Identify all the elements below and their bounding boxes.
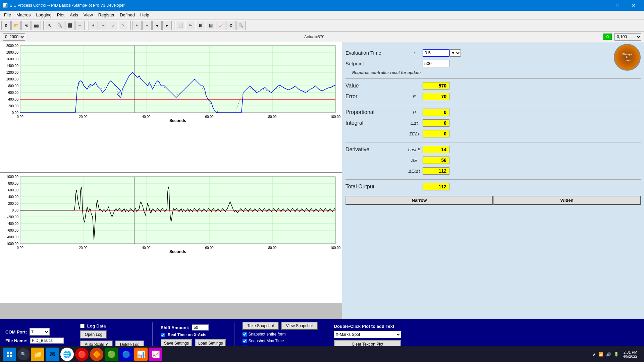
clock-time: 2:31 PM [624,350,637,354]
taskbar-app7[interactable]: 📈 [149,348,162,361]
tb-camera[interactable]: 📷 [32,21,41,30]
open-log-row: Open Log [80,330,144,339]
minimize-button[interactable]: — [594,0,609,11]
tb-select[interactable]: ↖ [45,21,54,30]
derivative-sym3: ΔE/Δτ [406,169,423,174]
tb-table[interactable]: ▤ [206,21,215,30]
taskbar-stampplot[interactable]: 📊 [134,348,148,361]
narrow-button[interactable]: Narrow [345,196,493,205]
shift-input[interactable] [192,324,209,330]
taskbar-app3[interactable]: 🔴 [75,348,89,361]
systray-chevron[interactable]: ∧ [593,352,596,357]
tb-zoom[interactable]: 🔍 [55,21,64,30]
menu-file[interactable]: File [1,11,14,19]
svg-text:0.00: 0.00 [12,208,19,212]
svg-rect-77 [10,355,12,357]
titlebar-left: 📊 SIC Process Control -- PID Basics -Sta… [3,3,125,8]
tb-settings[interactable]: ⚙ [226,21,235,30]
text-select-row: X-Marks Spot Arrow Right Arrow Left Circ… [334,331,401,338]
derivative-row1: Derivative Last E 14 [345,146,641,153]
search-button[interactable]: 🔍 [17,348,30,360]
tb-minus2[interactable]: − [142,21,152,30]
log-data-checkbox[interactable] [80,324,85,328]
menu-defined[interactable]: Defined [117,11,138,19]
menu-help[interactable]: Help [138,11,152,19]
svg-text:1000.00: 1000.00 [6,77,19,81]
tb-new[interactable]: 🗎 [1,21,11,30]
systray-volume[interactable]: 🔊 [606,352,611,357]
svg-text:1800.00: 1800.00 [6,51,19,54]
right-panel: StampsinClass Evaluation Time τ ▼ Setpoi… [342,42,644,319]
range-select[interactable]: 0, 2000 [3,33,25,41]
setpoint-input[interactable] [423,60,449,67]
take-snapshot-button[interactable]: Take Snapshot [243,322,278,330]
tb-search[interactable]: 🔍 [236,21,246,30]
text-section: Double-Click Plot to add Text X-Marks Sp… [334,324,401,348]
taskbar-mail[interactable]: ✉ [46,348,59,361]
menu-axis[interactable]: Axis [67,11,81,19]
tb-grid[interactable]: ⊞ [196,21,205,30]
menu-view[interactable]: View [81,11,96,19]
taskbar-file-explorer[interactable]: 📁 [31,348,44,361]
toolbar: 🗎 📂 🖨 📷 ↖ 🔍 ⬛ ← + − ⟋ ⟍ + − ◄ ► ⬜ ✏ ⊞ ▤ … [0,19,644,32]
reset-notice: Requires controller reset for update [352,70,641,75]
svg-text:1200.00: 1200.00 [6,71,19,74]
text-type-select[interactable]: X-Marks Spot Arrow Right Arrow Left Circ… [334,331,401,338]
menu-register[interactable]: Register [96,11,117,19]
range2-select[interactable]: 0,100 [614,33,641,41]
system-clock[interactable]: 2:31 PM 4/5/2022 [623,350,637,358]
tb-minus[interactable]: − [99,21,108,30]
svg-text:1400.00: 1400.00 [6,64,19,68]
menu-plot[interactable]: Plot [54,11,67,19]
tb-pen[interactable]: ✏ [186,21,195,30]
eval-time-dropdown[interactable]: ▼ [449,49,461,57]
tb-chart[interactable]: 📈 [216,21,225,30]
open-log-button[interactable]: Open Log [80,330,107,339]
snapshot-entire-checkbox[interactable] [243,332,247,337]
systray-battery[interactable]: 🔋 [614,352,619,357]
start-button[interactable] [3,348,16,361]
tb-open[interactable]: 📂 [11,21,21,30]
file-name-label: File Name: [5,338,28,343]
svg-text:600.00: 600.00 [8,188,18,192]
error-symbol: E [406,94,423,99]
tb-plus2[interactable]: + [132,21,142,30]
tb-print[interactable]: 🖨 [21,21,31,30]
realtime-checkbox[interactable] [161,333,165,337]
taskbar-app5[interactable]: 🟢 [105,348,118,361]
maximize-button[interactable]: □ [610,0,625,11]
narrow-widen-container: Narrow Widen [345,196,641,205]
view-snapshot-button[interactable]: View Snapshot [281,322,318,330]
widen-button[interactable]: Widen [493,196,641,205]
tb-slope-down[interactable]: ⟍ [119,21,128,30]
proportional-display: 0 [423,109,449,116]
tb-left-arr[interactable]: ◄ [152,21,162,30]
tb-sep1 [42,21,44,30]
eval-time-input[interactable] [423,49,449,57]
close-button[interactable]: ✕ [626,0,641,11]
taskbar-app4[interactable]: 🔶 [90,348,103,361]
bottom-chart[interactable]: 1000.00 800.00 600.00 400.00 200.00 0.00… [0,173,342,303]
proportional-label: Proportional [345,109,406,115]
taskbar-chrome[interactable]: 🌐 [60,348,74,361]
top-chart[interactable]: 2000.00 1800.00 1600.00 1400.00 1200.00 … [0,42,342,173]
tb-back[interactable]: ← [75,21,85,30]
menu-macros[interactable]: Macros [14,11,34,19]
menu-logging[interactable]: Logging [34,11,54,19]
file-name-input[interactable] [30,338,64,344]
svg-text:200.00: 200.00 [8,202,18,205]
divider1 [345,78,641,79]
tb-square[interactable]: ⬜ [176,21,185,30]
taskbar-app6[interactable]: 🔵 [119,348,133,361]
tb-plus[interactable]: + [89,21,98,30]
snapshot-max-checkbox[interactable] [243,339,247,343]
proportional-row: Proportional P 0 [345,109,641,116]
tb-right-arr[interactable]: ► [162,21,172,30]
content-area: 2000.00 1800.00 1600.00 1400.00 1200.00 … [0,42,644,319]
tb-sep3 [129,21,131,30]
com-port-select[interactable]: 7 [30,328,50,336]
tb-slope-up[interactable]: ⟋ [109,21,118,30]
eval-time-symbol: τ [406,50,423,55]
systray-network[interactable]: 📶 [598,352,603,357]
tb-stop[interactable]: ⬛ [65,21,74,30]
